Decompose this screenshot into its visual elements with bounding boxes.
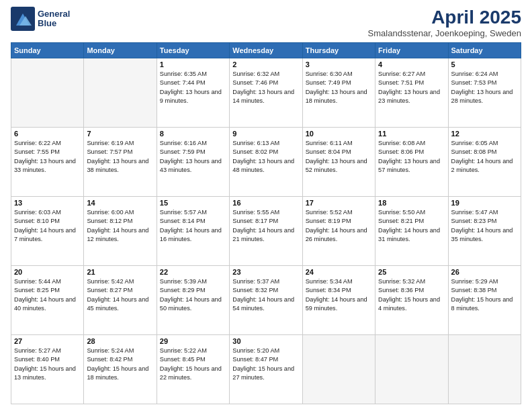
logo-line2: Blue xyxy=(38,19,70,28)
page-title: April 2025 xyxy=(368,7,521,28)
day-number: 21 xyxy=(87,268,153,276)
day-number: 26 xyxy=(451,268,518,276)
day-info-line: Sunrise: 5:20 AM xyxy=(232,347,299,355)
calendar-cell: 10Sunrise: 6:11 AMSunset: 8:04 PMDayligh… xyxy=(302,128,375,197)
calendar-cell: 8Sunrise: 6:16 AMSunset: 7:59 PMDaylight… xyxy=(157,128,229,197)
calendar-cell: 16Sunrise: 5:55 AMSunset: 8:17 PMDayligh… xyxy=(230,197,302,266)
day-info-line: Daylight: 14 hours and 40 minutes. xyxy=(14,295,81,314)
day-info-line: Daylight: 14 hours and 7 minutes. xyxy=(14,226,81,244)
day-info-line: Sunset: 8:12 PM xyxy=(87,217,153,226)
calendar-cell: 28Sunrise: 5:24 AMSunset: 8:42 PMDayligh… xyxy=(84,335,157,404)
logo-line1: General xyxy=(38,9,70,19)
calendar-cell: 14Sunrise: 6:00 AMSunset: 8:12 PMDayligh… xyxy=(84,197,157,266)
day-number: 3 xyxy=(306,60,372,68)
day-info-line: Sunset: 8:06 PM xyxy=(378,148,445,156)
day-info-line: Daylight: 13 hours and 48 minutes. xyxy=(232,157,299,175)
col-header-wednesday: Wednesday xyxy=(230,43,302,58)
day-info-line: Sunset: 8:42 PM xyxy=(87,355,153,364)
day-number: 12 xyxy=(451,130,518,138)
day-number: 7 xyxy=(87,130,153,138)
day-info-line: Sunrise: 6:35 AM xyxy=(160,70,226,79)
day-info-line: Daylight: 14 hours and 12 minutes. xyxy=(87,226,153,244)
col-header-tuesday: Tuesday xyxy=(157,43,229,58)
day-info-line: Sunset: 8:32 PM xyxy=(232,286,299,295)
day-info-line: Daylight: 13 hours and 18 minutes. xyxy=(306,88,372,106)
calendar-cell xyxy=(84,58,157,128)
day-info-line: Daylight: 15 hours and 18 minutes. xyxy=(87,365,153,383)
day-info-line: Sunset: 7:55 PM xyxy=(14,148,81,156)
day-info-line: Daylight: 13 hours and 57 minutes. xyxy=(378,157,445,175)
day-number: 18 xyxy=(378,199,445,207)
week-row-1: 1Sunrise: 6:35 AMSunset: 7:44 PMDaylight… xyxy=(11,58,521,128)
calendar-cell: 15Sunrise: 5:57 AMSunset: 8:14 PMDayligh… xyxy=(157,197,229,266)
calendar-table: SundayMondayTuesdayWednesdayThursdayFrid… xyxy=(11,42,521,404)
day-number: 1 xyxy=(160,60,226,68)
day-info-line: Daylight: 13 hours and 38 minutes. xyxy=(87,157,153,175)
day-number: 24 xyxy=(306,268,372,276)
day-number: 23 xyxy=(232,268,299,276)
day-info-line: Sunset: 8:38 PM xyxy=(451,286,518,295)
calendar-cell: 22Sunrise: 5:39 AMSunset: 8:29 PMDayligh… xyxy=(157,266,229,335)
day-info-line: Sunrise: 6:03 AM xyxy=(14,208,81,217)
day-info-line: Sunrise: 5:29 AM xyxy=(451,277,518,286)
day-info-line: Daylight: 13 hours and 28 minutes. xyxy=(451,88,518,106)
day-info-line: Sunrise: 5:57 AM xyxy=(160,208,226,217)
day-info-line: Daylight: 13 hours and 9 minutes. xyxy=(160,88,226,106)
day-info-line: Sunrise: 6:24 AM xyxy=(451,70,518,79)
day-info-line: Sunset: 7:44 PM xyxy=(160,79,226,87)
day-number: 30 xyxy=(232,337,299,345)
day-info-line: Sunset: 8:40 PM xyxy=(14,355,81,364)
day-number: 25 xyxy=(378,268,445,276)
col-header-sunday: Sunday xyxy=(11,43,84,58)
day-number: 9 xyxy=(232,130,299,138)
calendar-cell: 20Sunrise: 5:44 AMSunset: 8:25 PMDayligh… xyxy=(11,266,84,335)
day-number: 20 xyxy=(14,268,81,276)
day-number: 29 xyxy=(160,337,226,345)
day-info-line: Sunrise: 5:52 AM xyxy=(306,208,372,217)
day-info-line: Daylight: 14 hours and 16 minutes. xyxy=(160,226,226,244)
day-info-line: Sunset: 7:53 PM xyxy=(451,79,518,87)
day-number: 5 xyxy=(451,60,518,68)
day-info-line: Sunset: 8:34 PM xyxy=(306,286,372,295)
page-subtitle: Smalandsstenar, Joenkoeping, Sweden xyxy=(368,28,521,38)
day-info-line: Sunset: 8:10 PM xyxy=(14,217,81,226)
day-info-line: Daylight: 13 hours and 33 minutes. xyxy=(14,157,81,175)
calendar-cell xyxy=(302,335,375,404)
day-info-line: Sunset: 8:17 PM xyxy=(232,217,299,226)
calendar-cell: 26Sunrise: 5:29 AMSunset: 8:38 PMDayligh… xyxy=(448,266,521,335)
day-info-line: Daylight: 14 hours and 59 minutes. xyxy=(306,295,372,314)
day-number: 22 xyxy=(160,268,226,276)
day-info-line: Sunset: 8:29 PM xyxy=(160,286,226,295)
day-info-line: Sunset: 7:51 PM xyxy=(378,79,445,87)
calendar-cell: 4Sunrise: 6:27 AMSunset: 7:51 PMDaylight… xyxy=(375,58,448,128)
day-info-line: Sunrise: 5:27 AM xyxy=(14,347,81,355)
day-info-line: Daylight: 15 hours and 22 minutes. xyxy=(160,365,226,383)
col-header-thursday: Thursday xyxy=(302,43,375,58)
day-info-line: Sunrise: 6:19 AM xyxy=(87,139,153,148)
col-header-monday: Monday xyxy=(84,43,157,58)
calendar-cell: 12Sunrise: 6:05 AMSunset: 8:08 PMDayligh… xyxy=(448,128,521,197)
day-info-line: Sunset: 8:27 PM xyxy=(87,286,153,295)
day-info-line: Sunrise: 5:47 AM xyxy=(451,208,518,217)
calendar-cell: 13Sunrise: 6:03 AMSunset: 8:10 PMDayligh… xyxy=(11,197,84,266)
day-info-line: Sunrise: 5:24 AM xyxy=(87,347,153,355)
calendar-cell: 24Sunrise: 5:34 AMSunset: 8:34 PMDayligh… xyxy=(302,266,375,335)
day-info-line: Daylight: 14 hours and 54 minutes. xyxy=(232,295,299,314)
calendar-cell: 9Sunrise: 6:13 AMSunset: 8:02 PMDaylight… xyxy=(230,128,302,197)
day-info-line: Sunrise: 5:50 AM xyxy=(378,208,445,217)
day-info-line: Sunrise: 6:11 AM xyxy=(306,139,372,148)
day-info-line: Sunrise: 5:44 AM xyxy=(14,277,81,286)
page: General Blue April 2025 Smalandsstenar, … xyxy=(0,0,532,411)
day-info-line: Daylight: 13 hours and 14 minutes. xyxy=(232,88,299,106)
calendar-cell: 27Sunrise: 5:27 AMSunset: 8:40 PMDayligh… xyxy=(11,335,84,404)
day-info-line: Sunset: 7:59 PM xyxy=(160,148,226,156)
day-info-line: Sunset: 8:21 PM xyxy=(378,217,445,226)
day-info-line: Sunrise: 5:32 AM xyxy=(378,277,445,286)
day-info-line: Sunset: 7:49 PM xyxy=(306,79,372,87)
calendar-cell: 3Sunrise: 6:30 AMSunset: 7:49 PMDaylight… xyxy=(302,58,375,128)
title-block: April 2025 Smalandsstenar, Joenkoeping, … xyxy=(368,7,521,38)
header: General Blue April 2025 Smalandsstenar, … xyxy=(11,7,521,38)
calendar-cell: 25Sunrise: 5:32 AMSunset: 8:36 PMDayligh… xyxy=(375,266,448,335)
day-info-line: Sunset: 8:25 PM xyxy=(14,286,81,295)
calendar-cell: 23Sunrise: 5:37 AMSunset: 8:32 PMDayligh… xyxy=(230,266,302,335)
